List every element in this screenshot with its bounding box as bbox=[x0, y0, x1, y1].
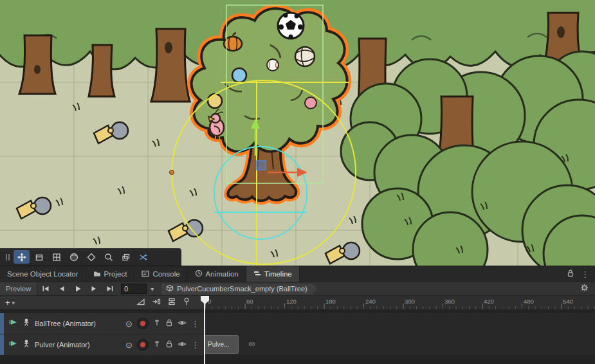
eye-icon[interactable] bbox=[178, 318, 187, 329]
tab-label: Animation bbox=[206, 270, 239, 278]
breadcrumb[interactable]: PulverCucumberSmack_empty (BallTree) bbox=[161, 284, 312, 295]
replace-mode-icon[interactable] bbox=[167, 297, 176, 309]
animation-track-icon bbox=[9, 318, 18, 329]
gear-icon[interactable] bbox=[580, 283, 589, 295]
track-toolbar: + ▾ bbox=[0, 295, 205, 309]
target-icon[interactable]: ⊙ bbox=[125, 341, 133, 349]
track-row: BallTree (Animator) ⊙ ⋮ bbox=[0, 313, 595, 334]
move-plane-handle[interactable] bbox=[257, 161, 266, 170]
ripple-mode-icon[interactable] bbox=[152, 297, 161, 309]
go-to-start-button[interactable] bbox=[37, 282, 53, 295]
sphere-tool-button[interactable] bbox=[66, 250, 82, 264]
grid-tool-button[interactable] bbox=[48, 250, 64, 264]
go-to-end-button[interactable] bbox=[102, 282, 118, 295]
timeline-toolbar: Preview 0 ▾ PulverCucumberSmack_empty (B… bbox=[0, 282, 595, 295]
pink-ball[interactable] bbox=[305, 97, 316, 109]
scene-view[interactable] bbox=[0, 0, 595, 266]
tick-label: 300 bbox=[405, 298, 415, 305]
pin-icon[interactable] bbox=[153, 318, 161, 329]
clip-label: Pulve... bbox=[208, 341, 229, 348]
blue-ball[interactable] bbox=[232, 68, 246, 82]
layers-tool-button[interactable] bbox=[118, 250, 134, 264]
track-header-pulver[interactable]: Pulver (Animator) ⊙ ⋮ bbox=[0, 334, 205, 355]
tab-console[interactable]: Console bbox=[134, 266, 187, 282]
tab-animation[interactable]: Animation bbox=[188, 266, 246, 282]
kebab-menu-icon[interactable]: ⋮ bbox=[191, 341, 199, 349]
lock-icon[interactable] bbox=[165, 318, 173, 329]
rotation-handle-dot[interactable] bbox=[170, 170, 174, 175]
record-dot bbox=[140, 321, 145, 326]
animator-icon bbox=[23, 318, 30, 329]
record-button[interactable] bbox=[137, 339, 149, 350]
track-label: Pulver (Animator) bbox=[35, 341, 121, 349]
track-label: BallTree (Animator) bbox=[35, 320, 121, 327]
marker-pin-icon[interactable] bbox=[183, 297, 190, 309]
scene-canvas[interactable] bbox=[0, 0, 595, 266]
target-icon[interactable]: ⊙ bbox=[125, 320, 133, 328]
search-tool-button[interactable] bbox=[100, 250, 116, 264]
add-track-button[interactable]: + ▾ bbox=[0, 298, 20, 307]
lock-icon[interactable] bbox=[165, 339, 173, 350]
play-button[interactable] bbox=[69, 282, 86, 295]
prev-frame-button[interactable] bbox=[53, 282, 69, 295]
playhead-line[interactable] bbox=[204, 300, 205, 364]
tick-label: 420 bbox=[484, 298, 494, 305]
pin-icon[interactable] bbox=[153, 339, 161, 350]
tick-label: 240 bbox=[365, 298, 376, 305]
frame-field[interactable]: 0 bbox=[121, 284, 147, 294]
breadcrumb-label: PulverCucumberSmack_empty (BallTree) bbox=[177, 285, 307, 293]
tick-label: 180 bbox=[325, 298, 336, 305]
timeline-options-caret[interactable]: ▾ bbox=[147, 286, 158, 293]
mix-mode-icon[interactable] bbox=[136, 297, 145, 309]
ruler-ticks bbox=[205, 295, 595, 309]
tick-label: 120 bbox=[286, 298, 297, 305]
volleyball[interactable] bbox=[295, 47, 315, 66]
animation-clip[interactable]: Pulve... bbox=[204, 335, 239, 354]
yellow-ball[interactable] bbox=[208, 94, 222, 108]
next-frame-button[interactable] bbox=[86, 282, 102, 295]
prefab-cube-icon bbox=[166, 284, 174, 293]
plus-icon: + bbox=[5, 298, 10, 307]
soccer-ball[interactable] bbox=[278, 13, 304, 39]
timeline-ruler[interactable]: 0 60 120 180 240 300 360 420 480 540 bbox=[205, 295, 595, 309]
console-icon bbox=[142, 270, 149, 278]
tab-label: Project bbox=[104, 270, 127, 278]
scene-toolbar bbox=[0, 248, 181, 266]
view-tool-button[interactable] bbox=[14, 250, 30, 264]
tab-scene-object-locator[interactable]: Scene Object Locator bbox=[0, 266, 86, 282]
bottom-panel-tabbar: Scene Object Locator Project Console Ani… bbox=[0, 266, 595, 282]
loop-infinity-symbol: ∞ bbox=[248, 339, 255, 348]
shuffle-tool-button[interactable] bbox=[135, 250, 151, 264]
pivot-tool-button[interactable] bbox=[83, 250, 99, 264]
record-dot bbox=[140, 342, 145, 347]
track-content-balltree[interactable] bbox=[205, 313, 595, 334]
move-tool-button[interactable] bbox=[31, 250, 47, 264]
animation-icon bbox=[195, 269, 203, 278]
tab-label: Scene Object Locator bbox=[7, 270, 78, 278]
track-header-balltree[interactable]: BallTree (Animator) ⊙ ⋮ bbox=[0, 313, 205, 334]
frame-value: 0 bbox=[124, 285, 128, 293]
tick-label: 60 bbox=[246, 298, 253, 305]
eye-icon[interactable] bbox=[178, 339, 187, 350]
tab-label: Timeline bbox=[264, 270, 292, 278]
toolbar-grip-icon[interactable] bbox=[3, 250, 12, 264]
timeline-icon bbox=[253, 270, 261, 278]
kebab-menu-icon[interactable]: ⋮ bbox=[191, 320, 199, 328]
animation-track-icon bbox=[9, 339, 18, 350]
track-content-pulver[interactable]: Pulve... ∞ bbox=[205, 334, 595, 355]
kebab-menu-icon[interactable]: ⋮ bbox=[581, 270, 589, 278]
preview-label: Preview bbox=[6, 285, 31, 293]
preview-toggle[interactable]: Preview bbox=[0, 282, 37, 295]
folder-icon bbox=[93, 270, 101, 278]
lock-icon[interactable] bbox=[567, 268, 574, 280]
tick-label: 540 bbox=[563, 298, 573, 305]
track-row: Pulver (Animator) ⊙ ⋮ Pulve... ∞ bbox=[0, 334, 595, 355]
tick-label: 480 bbox=[524, 298, 534, 305]
baseball[interactable] bbox=[267, 59, 279, 71]
caret-down-icon: ▾ bbox=[12, 300, 15, 306]
record-button[interactable] bbox=[137, 318, 149, 329]
tab-timeline[interactable]: Timeline bbox=[246, 266, 300, 282]
tab-label: Console bbox=[152, 270, 179, 278]
animator-icon bbox=[23, 339, 30, 350]
tab-project[interactable]: Project bbox=[86, 266, 135, 282]
